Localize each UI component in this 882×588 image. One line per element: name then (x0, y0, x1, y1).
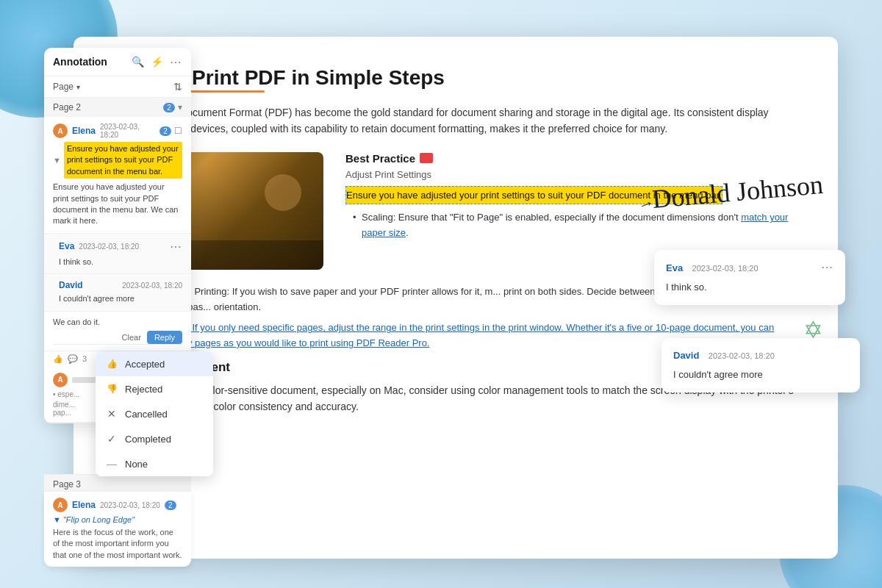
status-item-cancelled[interactable]: ✕ Cancelled (96, 401, 213, 426)
chevron-down-icon: ▾ (76, 83, 80, 91)
status-item-rejected[interactable]: 👎 Rejected (96, 376, 213, 401)
cancelled-label: Cancelled (125, 409, 168, 420)
david-comment-card: David 2023-02-03, 18:20 I couldn't agree… (662, 338, 860, 392)
thumbs-up-icon[interactable]: 👍 (53, 354, 63, 364)
elena2-avatar: A (53, 373, 68, 387)
best-practice-title: Best Practice (345, 152, 794, 165)
none-label: None (125, 459, 148, 470)
page2-badge: 2 (163, 103, 175, 112)
elena-checkbox[interactable]: ☐ (174, 126, 182, 136)
eva-comment-card: Eva 2023-02-03, 18:20 ⋯ I think so. (654, 250, 845, 305)
david-user-row: David 2023-02-03, 18:20 (59, 280, 182, 290)
bp-icon (420, 153, 433, 163)
elena-note: Ensure you have adjusted your print sett… (53, 182, 182, 227)
more-icon[interactable]: ⋯ (169, 55, 182, 68)
david-card-user-row: David 2023-02-03, 18:20 (673, 348, 848, 362)
filter-icon[interactable]: ⚡ (150, 55, 163, 68)
annotation-reply-david: David 2023-02-03, 18:20 I couldn't agree… (44, 274, 191, 311)
status-item-completed[interactable]: ✓ Completed (96, 426, 213, 451)
page3-elena-date: 2023-02-03, 18:20 (100, 501, 160, 509)
page2-header: Page 2 2 ▾ (44, 98, 191, 117)
eva-reply-text: I think so. (59, 257, 182, 268)
accepted-icon: 👍 (106, 358, 118, 370)
bp-text: Best Practice (345, 152, 415, 165)
page3-note: Here is the focus of the work, one of th… (53, 527, 182, 561)
page-selector[interactable]: Page ▾ (53, 82, 80, 92)
status-dropdown: 👍 Accepted 👎 Rejected ✕ Cancelled ✓ Comp… (96, 351, 213, 476)
comment-icon[interactable]: 💬 (68, 354, 78, 364)
eva-user-row: Eva 2023-02-03, 18:20 ⋯ (59, 240, 182, 254)
annotation-filter-row: Page ▾ ⇅ (44, 76, 191, 98)
cancelled-icon: ✕ (106, 408, 118, 420)
david-username: David (59, 280, 83, 290)
annotation-header: Annotation 🔍 ⚡ ⋯ (44, 48, 191, 76)
page3-highlighted: ▼ "Flip on Long Edge" (53, 515, 182, 524)
page3-elena-row: A Elena 2023-02-03, 18:20 2 (53, 498, 182, 512)
expand-icon[interactable]: ▾ (178, 102, 182, 112)
bullet-scaling: Scaling: Ensure that "Fit to Page" is en… (353, 210, 794, 241)
reply-input-text[interactable]: We can do it. (53, 318, 182, 326)
accepted-label: Accepted (125, 359, 165, 370)
none-icon: — (106, 458, 118, 470)
eva-card-date: 2023-02-03, 18:20 (692, 264, 759, 273)
elena-badge: 2 (159, 126, 171, 136)
eva-card-user-row: Eva 2023-02-03, 18:20 ⋯ (666, 260, 833, 274)
annotation-icons: 🔍 ⚡ ⋯ (131, 55, 182, 68)
elena-avatar: A (53, 123, 68, 138)
david-reply-text: I couldn't agree more (59, 293, 182, 304)
elena-date: 2023-02-03, 18:20 (100, 123, 159, 139)
eva-username: Eva (59, 241, 74, 251)
annotation-reply-eva: Eva 2023-02-03, 18:20 ⋯ I think so. (44, 234, 191, 274)
page2-label: Page 2 (53, 102, 81, 112)
doc-para1: The Portable Document Format (PDF) has b… (118, 104, 794, 137)
completed-label: Completed (125, 434, 171, 445)
page3-label: Page 3 (53, 479, 81, 490)
reply-input-row: We can do it. Clear Reply (44, 312, 191, 351)
sort-icon[interactable]: ⇅ (173, 81, 182, 93)
eva-date: 2023-02-03, 18:20 (79, 243, 139, 251)
david-card-date: 2023-02-03, 18:20 (709, 351, 775, 360)
eva-more-icon[interactable]: ⋯ (170, 240, 182, 254)
rejected-icon: 👎 (106, 383, 118, 395)
eva-card-more-icon[interactable]: ⋯ (821, 260, 833, 274)
eva-card-username: Eva (666, 262, 683, 273)
status-item-accepted[interactable]: 👍 Accepted (96, 351, 213, 376)
status-item-none[interactable]: — None (96, 451, 213, 476)
annotation-actions: Clear Reply (53, 331, 182, 345)
annotation-title: Annotation (53, 56, 107, 68)
page3-elena-name: Elena (72, 500, 96, 510)
rejected-label: Rejected (125, 384, 162, 395)
doc-bullets-list: Scaling: Ensure that "Fit to Page" is en… (345, 210, 794, 241)
elena-highlighted: Ensure you have adjusted your print sett… (64, 142, 182, 179)
reply-button[interactable]: Reply (147, 331, 182, 344)
completed-icon: ✓ (106, 433, 118, 445)
page3-badge: 2 (165, 501, 176, 510)
david-date: 2023-02-03, 18:20 (122, 282, 182, 290)
page-selector-label: Page (53, 82, 74, 92)
search-icon[interactable]: 🔍 (131, 55, 144, 68)
david-card-text: I couldn't agree more (673, 368, 848, 382)
annotation-item-elena: A Elena 2023-02-03, 18:20 2 ☐ ▼ Ensure y… (44, 117, 191, 234)
page3-elena-avatar: A (53, 498, 68, 512)
eva-card-text: I think so. (666, 280, 833, 295)
elena-user-row: A Elena 2023-02-03, 18:20 2 ☐ (53, 123, 182, 139)
page3-annotation-item: A Elena 2023-02-03, 18:20 2 ▼ "Flip on L… (44, 491, 191, 567)
elena-username: Elena (72, 126, 96, 136)
comment-count: 3 (82, 354, 87, 363)
clear-button[interactable]: Clear (122, 333, 141, 342)
doc-title: How to Print PDF in Simple Steps (118, 66, 794, 90)
collapse-icon[interactable]: ▼ (53, 156, 61, 165)
david-card-username: David (673, 350, 699, 361)
